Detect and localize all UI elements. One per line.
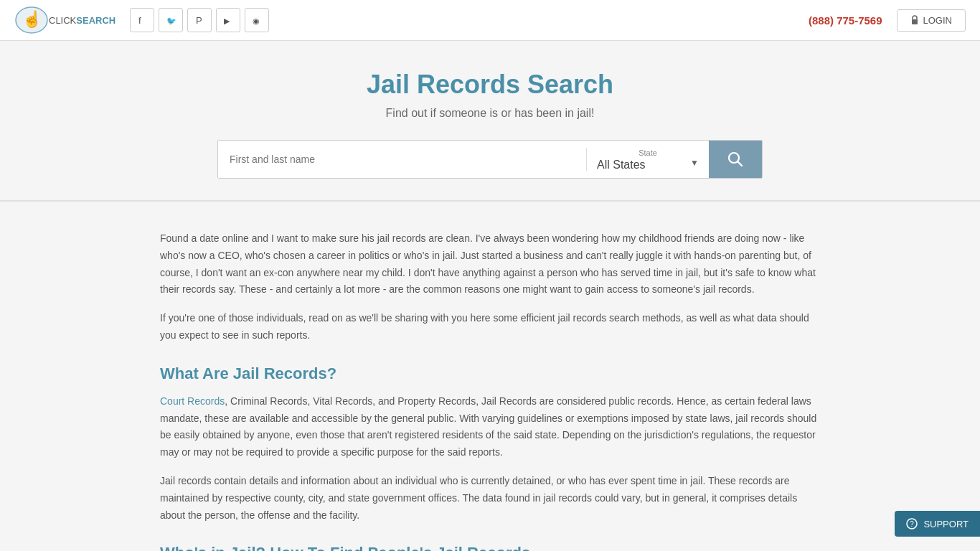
pinterest-icon[interactable]: P (187, 8, 212, 32)
svg-text:?: ? (910, 520, 915, 528)
svg-text:P: P (196, 15, 202, 25)
svg-text:🐦: 🐦 (166, 16, 176, 25)
name-search-input[interactable] (218, 141, 586, 178)
search-bar: State All StatesAlabamaAlaskaArizonaArka… (217, 140, 763, 179)
svg-text:☝: ☝ (22, 9, 42, 29)
header-right: (888) 775-7569 LOGIN (809, 9, 966, 32)
youtube-icon[interactable]: ▶ (216, 8, 240, 32)
intro-paragraph-2: If you're one of those individuals, read… (160, 310, 820, 344)
section2-heading: Who's in Jail? How To Find People's Jail… (160, 544, 820, 551)
section1-heading: What Are Jail Records? (160, 364, 820, 383)
hero-subtitle: Find out if someone is or has been in ja… (14, 107, 966, 120)
court-records-link[interactable]: Court Records (160, 395, 225, 407)
instagram-icon[interactable]: ◉ (245, 8, 269, 32)
lock-icon (910, 15, 919, 25)
phone-number: (888) 775-7569 (809, 14, 882, 27)
logo-search-text: SEARCH (76, 15, 116, 26)
state-label: State (597, 149, 699, 157)
state-dropdown[interactable]: All StatesAlabamaAlaskaArizonaArkansasCa… (597, 159, 699, 171)
svg-text:▶: ▶ (224, 17, 230, 25)
logo-click-text: CLICK (49, 15, 76, 26)
main-content: Found a date online and I want to make s… (146, 202, 834, 551)
facebook-icon[interactable]: f (130, 8, 154, 32)
site-header: ☝ CLICKSEARCH f 🐦 P ▶ ◉ (888) 775-7569 (0, 0, 980, 41)
search-button[interactable] (709, 141, 762, 178)
section1-paragraph-1: Court Records, Criminal Records, Vital R… (160, 393, 820, 461)
page-title: Jail Records Search (14, 70, 966, 100)
state-select-wrapper: State All StatesAlabamaAlaskaArizonaArka… (587, 141, 709, 178)
twitter-icon[interactable]: 🐦 (159, 8, 183, 32)
section1-paragraph-2: Jail records contain details and informa… (160, 473, 820, 524)
support-label: SUPPORT (923, 519, 969, 529)
login-button[interactable]: LOGIN (897, 9, 966, 32)
logo-icon: ☝ (14, 6, 49, 34)
support-button[interactable]: ? SUPPORT (895, 511, 980, 537)
intro-paragraph-1: Found a date online and I want to make s… (160, 230, 820, 298)
social-icons-group: f 🐦 P ▶ ◉ (130, 8, 269, 32)
logo[interactable]: ☝ CLICKSEARCH (14, 6, 116, 34)
header-left: ☝ CLICKSEARCH f 🐦 P ▶ ◉ (14, 6, 269, 34)
section1-paragraph-1-text: , Criminal Records, Vital Records, and P… (160, 395, 816, 458)
hero-section: Jail Records Search Find out if someone … (0, 41, 980, 202)
svg-line-9 (738, 162, 743, 166)
svg-text:f: f (138, 15, 141, 25)
support-icon: ? (906, 518, 918, 529)
svg-rect-7 (912, 19, 918, 24)
svg-text:◉: ◉ (253, 17, 260, 25)
login-label: LOGIN (923, 15, 952, 26)
search-icon (727, 151, 743, 167)
